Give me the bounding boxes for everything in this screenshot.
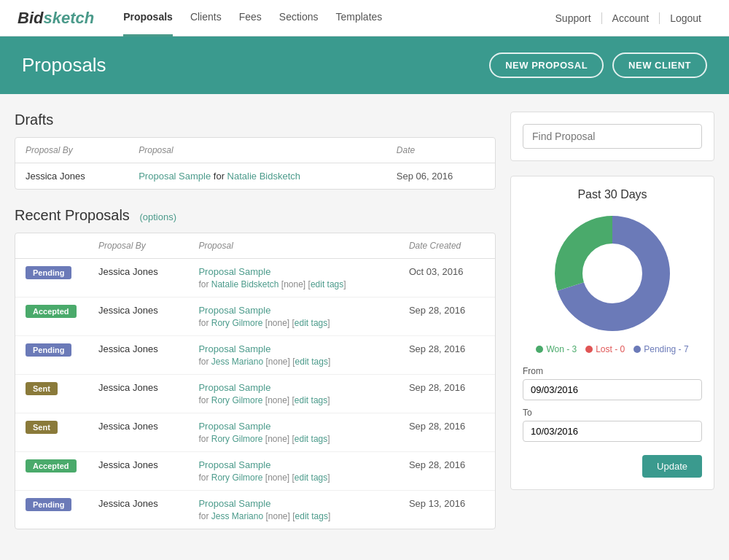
tags-text: [none] — [265, 434, 289, 444]
recent-date: Sep 28, 2016 — [399, 452, 495, 491]
recent-proposal-cell: Proposal Sample for Jess Mariano [none] … — [188, 491, 398, 529]
table-row: Pending Jessica Jones Proposal Sample fo… — [15, 336, 495, 375]
logo[interactable]: Bidsketch — [17, 9, 94, 28]
main-nav-links: Proposals Clients Fees Sections Template… — [123, 0, 545, 36]
nav-logout[interactable]: Logout — [660, 12, 712, 24]
legend-pending-label: Pending - 7 — [644, 344, 688, 354]
nav-proposals[interactable]: Proposals — [123, 0, 173, 36]
legend-pending-dot — [634, 346, 641, 353]
status-badge: Sent — [26, 382, 58, 395]
recent-proposal-by: Jessica Jones — [88, 336, 188, 375]
recent-client-link[interactable]: Rory Gilmore — [211, 434, 263, 444]
recent-client-link[interactable]: Rory Gilmore — [211, 318, 263, 328]
page-title: Proposals — [22, 54, 106, 77]
recent-proposal-link[interactable]: Proposal Sample — [198, 305, 270, 316]
legend-lost: Lost - 0 — [585, 344, 625, 354]
recent-date: Sep 28, 2016 — [399, 336, 495, 375]
find-proposal-input[interactable] — [523, 124, 702, 149]
recent-proposal-for: for Rory Gilmore [none] [edit tags] — [198, 472, 388, 483]
main-content: Drafts Proposal By Proposal Date Jessica… — [0, 94, 729, 560]
nav-fees[interactable]: Fees — [239, 0, 262, 36]
update-button-container: Update — [523, 449, 702, 478]
recent-date: Sep 28, 2016 — [399, 413, 495, 452]
recent-proposal-link[interactable]: Proposal Sample — [198, 382, 270, 393]
chart-inner-circle — [583, 244, 642, 303]
recent-proposal-for: for Rory Gilmore [none] [edit tags] — [198, 434, 388, 444]
recent-proposal-by: Jessica Jones — [88, 375, 188, 413]
tags-text: [none] — [265, 395, 289, 405]
chart-title: Past 30 Days — [523, 188, 702, 201]
edit-tags-link[interactable]: edit tags — [295, 318, 327, 328]
legend-pending: Pending - 7 — [634, 344, 688, 354]
recent-proposal-for: for Rory Gilmore [none] [edit tags] — [198, 395, 388, 405]
edit-tags-link[interactable]: edit tags — [295, 357, 328, 367]
edit-tags-link[interactable]: edit tags — [295, 511, 328, 521]
recent-date: Sep 28, 2016 — [399, 375, 495, 413]
tags-text: [none] — [265, 472, 289, 483]
nav-templates[interactable]: Templates — [336, 0, 383, 36]
draft-client-link[interactable]: Natalie Bidsketch — [227, 171, 300, 182]
status-badge: Pending — [26, 266, 71, 279]
table-row: Pending Jessica Jones Proposal Sample fo… — [15, 259, 495, 298]
edit-tags-link[interactable]: edit tags — [295, 434, 327, 444]
from-date-input[interactable] — [523, 379, 702, 400]
edit-tags-link[interactable]: edit tags — [295, 395, 327, 405]
donut-chart — [523, 211, 702, 335]
recent-proposal-link[interactable]: Proposal Sample — [198, 266, 270, 277]
status-badge: Accepted — [26, 305, 77, 318]
recent-status-cell: Sent — [15, 413, 88, 452]
recent-proposal-for: for Jess Mariano [none] [edit tags] — [198, 357, 388, 367]
recent-client-link[interactable]: Jess Mariano — [211, 357, 263, 367]
table-row: Sent Jessica Jones Proposal Sample for R… — [15, 413, 495, 452]
table-row: Sent Jessica Jones Proposal Sample for R… — [15, 375, 495, 413]
recent-client-link[interactable]: Rory Gilmore — [211, 395, 263, 405]
find-proposal-card — [510, 112, 714, 161]
table-row: Accepted Jessica Jones Proposal Sample f… — [15, 298, 495, 336]
right-panel: Past 30 Days — [510, 112, 714, 547]
recent-date: Sep 28, 2016 — [399, 298, 495, 336]
nav-account[interactable]: Account — [602, 12, 660, 24]
nav-support[interactable]: Support — [545, 12, 602, 24]
update-button[interactable]: Update — [642, 455, 702, 478]
recent-proposal-for: for Natalie Bidsketch [none] [edit tags] — [198, 279, 388, 289]
recent-col-status — [15, 233, 88, 259]
recent-proposal-cell: Proposal Sample for Rory Gilmore [none] … — [188, 298, 398, 336]
new-proposal-button[interactable]: NEW PROPOSAL — [489, 52, 604, 78]
drafts-table-card: Proposal By Proposal Date Jessica Jones … — [15, 137, 496, 190]
recent-proposal-for: for Jess Mariano [none] [edit tags] — [198, 511, 388, 521]
draft-proposal-link[interactable]: Proposal Sample — [139, 171, 211, 182]
recent-proposal-by: Jessica Jones — [88, 259, 188, 298]
nav-clients[interactable]: Clients — [190, 0, 222, 36]
status-badge: Pending — [26, 343, 71, 357]
recent-col-proposal: Proposal — [188, 233, 398, 259]
recent-status-cell: Pending — [15, 259, 88, 298]
recent-proposal-link[interactable]: Proposal Sample — [198, 459, 270, 470]
status-badge: Sent — [26, 421, 58, 434]
status-badge: Accepted — [26, 459, 77, 472]
recent-proposal-cell: Proposal Sample for Rory Gilmore [none] … — [188, 413, 398, 452]
recent-proposal-link[interactable]: Proposal Sample — [198, 343, 270, 354]
drafts-col-proposal-by: Proposal By — [15, 138, 128, 163]
recent-status-cell: Pending — [15, 336, 88, 375]
legend-won-dot — [536, 346, 543, 353]
recent-client-link[interactable]: Natalie Bidsketch — [211, 279, 279, 289]
recent-client-link[interactable]: Rory Gilmore — [211, 472, 263, 483]
recent-title: Recent Proposals (options) — [15, 207, 496, 224]
chart-card: Past 30 Days — [510, 176, 714, 490]
recent-proposal-for: for Rory Gilmore [none] [edit tags] — [198, 318, 388, 328]
nav-sections[interactable]: Sections — [279, 0, 319, 36]
edit-tags-link[interactable]: edit tags — [295, 472, 327, 483]
recent-table-card: Proposal By Proposal Date Created Pendin… — [15, 233, 496, 529]
recent-options-link[interactable]: (options) — [139, 211, 176, 222]
table-row: Pending Jessica Jones Proposal Sample fo… — [15, 491, 495, 529]
recent-table: Proposal By Proposal Date Created Pendin… — [15, 233, 495, 529]
new-client-button[interactable]: NEW CLIENT — [612, 52, 707, 78]
recent-proposal-link[interactable]: Proposal Sample — [198, 498, 270, 509]
to-date-input[interactable] — [523, 421, 702, 442]
recent-proposal-by: Jessica Jones — [88, 413, 188, 452]
edit-tags-link[interactable]: edit tags — [311, 279, 343, 289]
main-nav: Bidsketch Proposals Clients Fees Section… — [0, 0, 729, 36]
recent-client-link[interactable]: Jess Mariano — [211, 511, 263, 521]
recent-proposal-link[interactable]: Proposal Sample — [198, 421, 270, 432]
recent-date: Oct 03, 2016 — [399, 259, 495, 298]
